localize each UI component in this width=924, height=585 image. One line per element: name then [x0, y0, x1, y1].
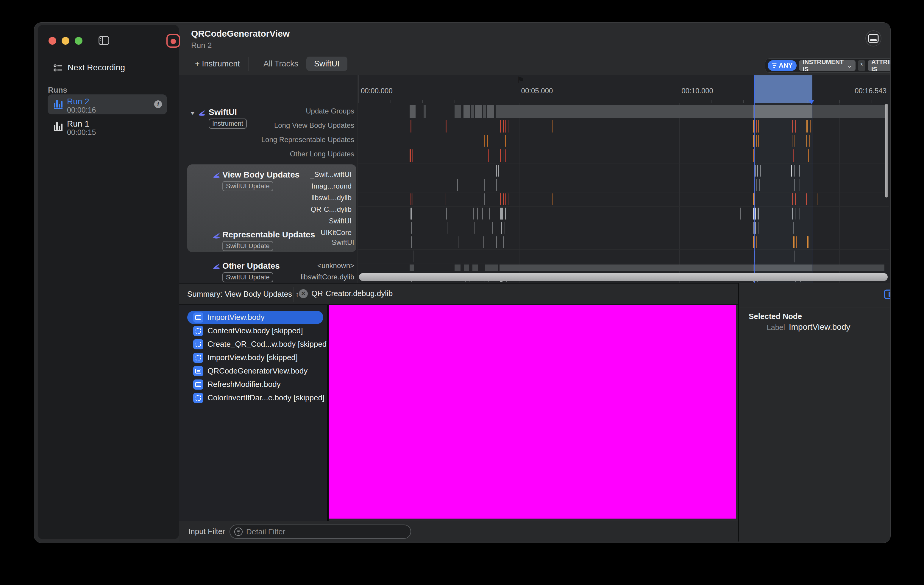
activity-tick: [505, 193, 506, 205]
list-item-label: RefreshModifier.body: [208, 380, 281, 389]
list-item-label: Create_QR_Cod...w.body [skipped]: [208, 340, 329, 349]
horizontal-scrollbar[interactable]: [359, 273, 888, 281]
activity-tick: [447, 222, 447, 234]
list-item-6[interactable]: ColorInvertIfDar...e.body [skipped]: [187, 391, 323, 405]
minor-tick: [871, 100, 872, 103]
zoom-button[interactable]: [75, 37, 82, 45]
ruler-label-1: 00:05.000: [521, 87, 553, 95]
activity-band: [475, 105, 482, 118]
filter-star-button[interactable]: *: [858, 60, 865, 71]
lane-label-3: Other Long Updates: [290, 150, 354, 159]
minor-tick: [391, 100, 391, 103]
list-item-0[interactable]: ImportView.body: [187, 311, 323, 324]
run-row-1[interactable]: Run 1 00:00:15: [48, 117, 167, 137]
filter-instrument-pill[interactable]: INSTRUMENT IS⌄: [799, 60, 856, 71]
run-name: Run 2: [67, 97, 89, 106]
activity-tick: [483, 236, 484, 248]
sidebar-toggle-icon[interactable]: [99, 36, 109, 46]
detail-graph-canvas[interactable]: [328, 305, 736, 519]
activity-tick: [500, 208, 503, 220]
summary-selector[interactable]: Summary: View Body Updates↕: [187, 289, 299, 299]
minor-tick: [519, 100, 519, 103]
vertical-scrollbar[interactable]: [885, 104, 888, 197]
disclosure-chevron-icon[interactable]: ▼: [189, 110, 196, 116]
activity-band: [409, 264, 414, 271]
tracks-area: ▼ SwiftUI Instrument Update GroupsLong V…: [179, 75, 891, 283]
selection-start-line[interactable]: [754, 103, 755, 283]
activity-tick: [503, 193, 504, 205]
run-duration: 00:00:16: [67, 106, 96, 114]
activity-tick: [409, 149, 411, 162]
view-body-doc-icon: [193, 380, 203, 390]
list-item-label: ImportView.body: [208, 313, 265, 322]
next-recording-label[interactable]: Next Recording: [68, 63, 125, 73]
record-indicator-icon[interactable]: [166, 34, 180, 49]
filter-any-pill[interactable]: ANY: [768, 60, 797, 71]
filter-attribute-pill[interactable]: ATTRIBUTE IS⌄ Target ✕: [868, 60, 891, 71]
info-icon[interactable]: i: [154, 101, 162, 108]
activity-band: [812, 264, 884, 271]
list-item-5[interactable]: RefreshModifier.body: [187, 378, 323, 391]
list-item-1[interactable]: ContentView.body [skipped]: [187, 324, 323, 337]
activity-tick: [501, 222, 502, 234]
view-body-doc-icon: [193, 366, 203, 376]
activity-band: [485, 264, 498, 271]
inspector-toggle-icon[interactable]: [883, 289, 891, 301]
updown-chevrons-icon: ↕: [295, 291, 299, 298]
list-item-label: ImportView.body [skipped]: [208, 353, 298, 362]
representable-badge: SwiftUI Update: [223, 241, 273, 251]
activity-tick: [740, 208, 741, 220]
minor-tick: [583, 100, 583, 103]
activity-tick: [484, 179, 485, 191]
timeline-ruler[interactable]: 00:00.00000:05.00000:10.00000:16.543⚑: [358, 75, 889, 103]
list-item-2[interactable]: Create_QR_Cod...w.body [skipped]: [187, 337, 323, 351]
inspector-panel: Selected Node Label ImportView.body: [738, 283, 891, 542]
list-item-3[interactable]: ImportView.body [skipped]: [187, 351, 323, 364]
minor-tick: [711, 100, 711, 103]
activity-tick: [484, 135, 485, 147]
all-tracks-button[interactable]: All Tracks: [264, 53, 298, 75]
timeline-graph[interactable]: 00:00.00000:05.00000:10.00000:16.543⚑: [358, 75, 889, 283]
selection-end-line[interactable]: [812, 103, 812, 283]
close-button[interactable]: [48, 37, 56, 45]
add-instrument-button[interactable]: + Instrument: [195, 53, 240, 75]
activity-tick: [505, 135, 506, 147]
activity-tick: [482, 208, 483, 220]
representable-title[interactable]: Representable Updates: [223, 230, 315, 240]
activity-tick: [487, 135, 488, 147]
swift-icon: [198, 109, 206, 116]
toggle-bottom-pane-button[interactable]: [865, 30, 881, 46]
other-updates-title[interactable]: Other Updates: [223, 261, 280, 271]
swift-icon: [212, 172, 221, 179]
tab-swiftui[interactable]: SwiftUI: [306, 56, 347, 71]
activity-tick: [505, 120, 506, 132]
flag-marker-icon[interactable]: ⚑: [516, 75, 525, 85]
minimize-button[interactable]: [62, 37, 69, 45]
detail-filter-field[interactable]: [229, 524, 411, 539]
input-filter-label: Input Filter: [188, 527, 225, 536]
close-breadcrumb-icon[interactable]: ✕: [299, 289, 308, 298]
detail-filter-input[interactable]: [246, 527, 406, 537]
runs-header: Runs: [48, 86, 67, 95]
list-item-4[interactable]: QRCodeGeneratorView.body: [187, 364, 323, 378]
run-row-2[interactable]: Run 2 00:00:16 i: [48, 94, 167, 114]
chevron-down-icon: ⌄: [847, 62, 852, 69]
activity-tick: [498, 165, 499, 177]
instrument-title[interactable]: SwiftUI: [209, 107, 237, 117]
page-title: QRCodeGeneratorView: [191, 28, 290, 39]
filter-bar: ANY INSTRUMENT IS⌄ * ATTRIBUTE IS⌄ Targe…: [765, 58, 891, 73]
selection-range-chip[interactable]: [754, 75, 812, 103]
activity-tick: [505, 149, 506, 162]
page-subtitle: Run 2: [191, 41, 290, 50]
list-item-label: ColorInvertIfDar...e.body [skipped]: [208, 393, 325, 402]
activity-tick: [458, 236, 459, 248]
selection-handle-icon[interactable]: [809, 101, 814, 104]
activity-tick: [503, 149, 503, 162]
breadcrumb[interactable]: ✕ QR-Creator.debug.dylib: [299, 289, 393, 298]
minor-tick: [647, 100, 647, 103]
activity-band: [472, 264, 477, 271]
activity-tick: [505, 222, 505, 234]
activity-tick: [487, 193, 487, 205]
other-updates-badge: SwiftUI Update: [223, 272, 273, 283]
activity-tick: [474, 222, 475, 234]
